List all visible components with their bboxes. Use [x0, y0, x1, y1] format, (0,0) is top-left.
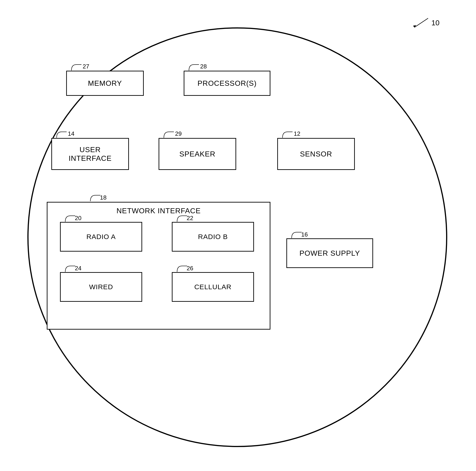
network-interface-box: 18 NETWORK INTERFACE 20 RADIO A [47, 202, 271, 330]
wired-ref: 24 [63, 264, 82, 272]
processors-label: PROCESSOR(S) [197, 79, 256, 88]
memory-ref: 27 [69, 63, 89, 71]
memory-box: 27 MEMORY [66, 71, 144, 96]
page-container: 10 27 MEMORY 28 PROCESSOR(S) [0, 0, 476, 471]
sensor-label: SENSOR [300, 150, 332, 158]
power-supply-ref: 16 [290, 230, 308, 239]
user-interface-label: USER INTERFACE [69, 145, 112, 163]
processors-box: 28 PROCESSOR(S) [184, 71, 271, 96]
speaker-ref: 29 [162, 130, 182, 138]
network-interface-ref: 18 [88, 194, 107, 202]
radio-a-box: 20 RADIO A [60, 222, 142, 252]
memory-label: MEMORY [88, 79, 122, 88]
radio-a-ref: 20 [63, 214, 82, 222]
svg-line-0 [414, 18, 428, 27]
speaker-label: SPEAKER [179, 150, 215, 158]
cellular-ref: 26 [175, 264, 193, 272]
processors-ref: 28 [187, 63, 207, 71]
radio-b-label: RADIO B [198, 233, 228, 241]
user-interface-ref: 14 [55, 130, 74, 138]
sensor-ref: 12 [281, 130, 300, 138]
radio-b-ref: 22 [175, 214, 193, 222]
wired-box: 24 WIRED [60, 272, 142, 302]
radio-a-label: RADIO A [86, 233, 116, 241]
ref-10-label: 10 [410, 17, 440, 29]
sensor-box: 12 SENSOR [277, 138, 355, 170]
main-ref-number: 10 [431, 19, 440, 27]
power-supply-box: 16 POWER SUPPLY [286, 238, 373, 268]
speaker-box: 29 SPEAKER [159, 138, 236, 170]
wired-label: WIRED [89, 283, 113, 291]
main-circle: 27 MEMORY 28 PROCESSOR(S) 14 USE [27, 27, 447, 447]
user-interface-box: 14 USER INTERFACE [51, 138, 129, 170]
cellular-label: CELLULAR [194, 283, 231, 291]
radio-b-box: 22 RADIO B [172, 222, 254, 252]
cellular-box: 26 CELLULAR [172, 272, 254, 302]
power-supply-label: POWER SUPPLY [299, 249, 360, 258]
